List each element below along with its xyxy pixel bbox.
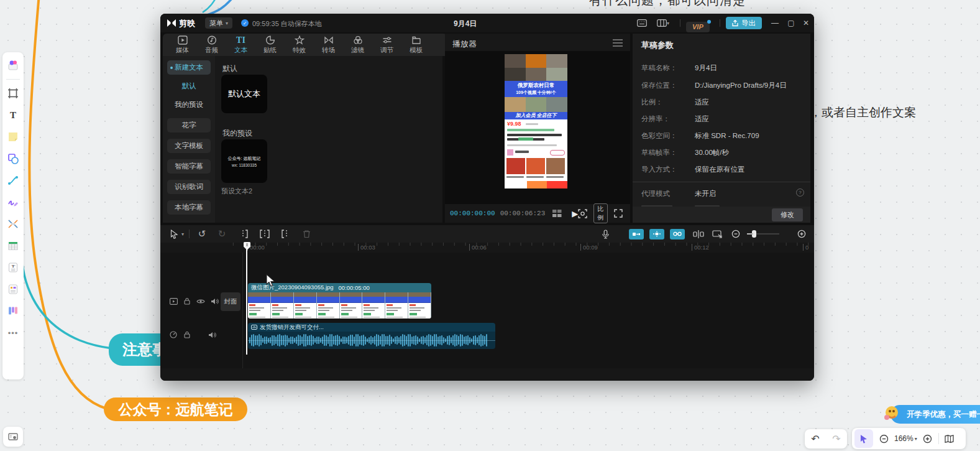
audio-clip[interactable]: 发货撤销开发商可交付... xyxy=(248,323,495,349)
zoom-in-icon[interactable] xyxy=(918,429,937,448)
tool-sticker[interactable]: 贴纸 xyxy=(255,35,285,55)
ratio-button[interactable]: 比例 xyxy=(593,203,608,223)
auto-snap-toggle[interactable] xyxy=(649,229,664,239)
sidebar-item-lyrics-recognition[interactable]: 识别歌词 xyxy=(167,180,211,194)
zoom-chevron-icon[interactable]: ▾ xyxy=(915,436,917,442)
select-tool-icon[interactable] xyxy=(167,227,181,241)
close-button[interactable]: ✕ xyxy=(798,17,814,29)
select-tool-chevron-icon[interactable]: ▾ xyxy=(181,231,184,237)
text-tool-icon[interactable]: T xyxy=(5,107,21,123)
main-track-magnet-toggle[interactable] xyxy=(629,229,644,239)
promo-banner[interactable]: 开学季优惠，买一赠一 xyxy=(891,405,980,424)
layout-switch-icon[interactable]: ▾ xyxy=(653,17,674,29)
tool-label: 调节 xyxy=(380,46,393,55)
mindmap-icon[interactable] xyxy=(5,216,21,232)
tool-templates[interactable]: 模板 xyxy=(401,35,431,55)
tool-audio[interactable]: 音频 xyxy=(197,35,226,55)
modify-button[interactable]: 修改 xyxy=(772,208,803,221)
media-library-icon[interactable] xyxy=(5,57,21,73)
eye-icon[interactable] xyxy=(195,296,206,306)
proxy-info-icon[interactable]: ? xyxy=(796,188,804,197)
note-card-icon[interactable] xyxy=(5,281,21,297)
ruler-tick: 00:06 xyxy=(469,244,487,251)
presentation-settings-button[interactable] xyxy=(3,427,23,447)
focus-frame-icon[interactable] xyxy=(578,209,587,218)
split-left-icon[interactable] xyxy=(237,227,252,241)
pen-icon[interactable] xyxy=(5,194,21,210)
mute-icon[interactable] xyxy=(206,330,218,340)
default-text-card[interactable]: 默认文本 xyxy=(221,75,267,113)
speed-icon[interactable] xyxy=(168,330,179,340)
mute-icon[interactable] xyxy=(209,296,220,306)
split-both-icon[interactable] xyxy=(257,227,272,241)
video-clip[interactable]: 微信图片_20230904093055.jpg 00:00:05:00 xyxy=(248,283,431,318)
tool-text[interactable]: TI 文本 xyxy=(226,35,255,55)
sidebar-item-new-text[interactable]: 新建文本 xyxy=(167,60,211,75)
timeline-tracks[interactable]: 封面 微信图片_20230904093055.jpg 00:00:05:00 xyxy=(160,253,814,368)
more-icon[interactable]: ••• xyxy=(5,325,21,341)
minimize-button[interactable]: — xyxy=(767,17,783,29)
maximize-button[interactable]: ▢ xyxy=(783,17,799,29)
sidebar-item-fancy-text[interactable]: 花字 xyxy=(167,118,211,133)
lock-icon[interactable] xyxy=(181,296,193,306)
video-preview-area[interactable]: 俄罗斯农村日常 109个视频 十分钟/个 加入会员 全店任下 ¥9.98 xyxy=(445,51,630,204)
record-audio-icon[interactable] xyxy=(598,227,613,241)
fullscreen-icon[interactable] xyxy=(614,209,623,218)
video-track-icon[interactable] xyxy=(168,296,179,306)
export-button[interactable]: 导出 xyxy=(726,17,762,29)
shortcut-keys-icon[interactable] xyxy=(634,17,650,29)
delete-icon[interactable] xyxy=(299,227,314,241)
zoom-out-icon[interactable] xyxy=(874,429,893,448)
player-menu-icon[interactable] xyxy=(613,39,623,47)
kanban-icon[interactable] xyxy=(5,303,21,319)
cover-button[interactable]: 封面 xyxy=(221,292,240,311)
pointer-tool-icon[interactable] xyxy=(854,429,873,448)
tool-adjust[interactable]: 调节 xyxy=(372,35,401,55)
tool-transition[interactable]: 转场 xyxy=(314,35,343,55)
redo-icon[interactable]: ↻ xyxy=(214,227,229,241)
playhead-handle[interactable] xyxy=(244,241,250,251)
split-right-icon[interactable] xyxy=(278,227,293,241)
timeline-ruler[interactable]: 00:00 00:03 00:06 00:09 00:12 0 xyxy=(222,243,809,253)
text-card-icon[interactable]: T xyxy=(5,259,21,276)
preset-text-card[interactable]: 公众号: 远航笔记 wx: 11830335 xyxy=(221,139,267,183)
app-logo-icon xyxy=(167,19,176,27)
whiteboard-toolbar: T T ••• xyxy=(2,52,24,379)
undo-icon[interactable]: ↺ xyxy=(195,227,209,241)
menu-button[interactable]: 菜单▾ xyxy=(205,17,232,29)
param-row: 比例：适应 xyxy=(641,98,803,107)
timeline-zoom-slider[interactable] xyxy=(747,233,779,235)
zoom-level[interactable]: 166% xyxy=(894,434,914,443)
shapes-icon[interactable] xyxy=(5,151,21,167)
sidebar-item-default[interactable]: 默认 xyxy=(167,79,211,93)
timeline-zoom-out-icon[interactable] xyxy=(728,227,743,241)
linkage-toggle[interactable] xyxy=(670,229,685,239)
table-icon[interactable] xyxy=(5,238,21,254)
autosave-status: 09:59:35 自动保存本地 xyxy=(252,19,322,29)
tool-filters[interactable]: 滤镜 xyxy=(343,35,372,55)
vip-badge[interactable]: VIP xyxy=(686,22,710,32)
sidebar-item-my-presets[interactable]: 我的预设 xyxy=(167,98,211,112)
sticky-note-icon[interactable] xyxy=(5,129,21,145)
tool-media[interactable]: 媒体 xyxy=(168,35,197,55)
audio-icon xyxy=(207,35,217,45)
play-button[interactable]: ▶ xyxy=(572,209,578,218)
undo-icon[interactable]: ↶ xyxy=(806,430,825,449)
timeline-zoom-in-icon[interactable] xyxy=(794,227,809,241)
node-wechat[interactable]: 公众号：远航笔记 xyxy=(104,398,247,421)
tool-effects[interactable]: 特效 xyxy=(285,35,314,55)
redo-icon[interactable]: ↷ xyxy=(827,430,846,449)
lock-icon[interactable] xyxy=(181,330,193,340)
sidebar-item-smart-captions[interactable]: 智能字幕 xyxy=(167,159,211,174)
playhead-line[interactable] xyxy=(246,244,247,355)
whiteboard-canvas[interactable]: 有什么问题，都可以问清楚 ，或者自主创作文案 注意事 公众号：远航笔记 T T xyxy=(0,0,980,451)
screen-adapt-icon[interactable] xyxy=(710,227,725,241)
sidebar-item-text-template[interactable]: 文字模板 xyxy=(167,139,211,153)
connector-icon[interactable] xyxy=(5,172,21,188)
adjust-icon xyxy=(382,35,392,45)
preview-axis-icon[interactable] xyxy=(691,227,706,241)
frame-icon[interactable] xyxy=(5,85,21,101)
minimap-icon[interactable] xyxy=(940,429,959,448)
sidebar-item-local-captions[interactable]: 本地字幕 xyxy=(167,200,211,215)
frame-step-icon[interactable] xyxy=(552,210,562,217)
